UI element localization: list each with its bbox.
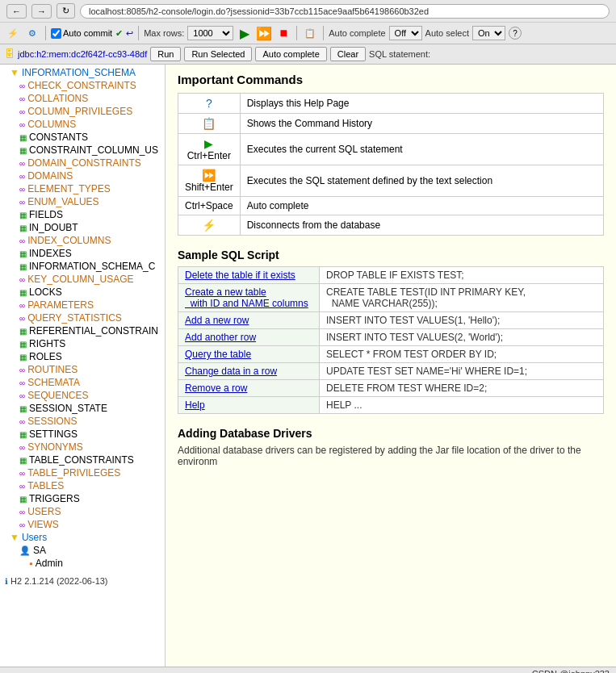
sidebar-item-parameters[interactable]: ∞ PARAMETERS bbox=[0, 299, 165, 311]
forward-button[interactable]: → bbox=[31, 4, 52, 19]
sidebar-item-referential-constrain[interactable]: ▦ REFERENTIAL_CONSTRAIN bbox=[0, 324, 165, 337]
sidebar-item-settings[interactable]: ▦ SETTINGS bbox=[0, 428, 165, 441]
content-area: Important Commands ? Displays this Help … bbox=[166, 65, 616, 667]
sql-link[interactable]: Create a new table bbox=[185, 286, 266, 298]
sidebar-item-enum-values[interactable]: ∞ ENUM_VALUES bbox=[0, 195, 165, 208]
sql-link[interactable]: Delete the table if it exists bbox=[185, 270, 295, 281]
sql-link-cell[interactable]: Help bbox=[178, 397, 320, 414]
run-green-icon[interactable]: ▶ bbox=[237, 25, 253, 41]
sidebar-item-admin[interactable]: ● Admin bbox=[0, 557, 165, 570]
view-icon: ∞ bbox=[19, 520, 25, 529]
sidebar-item-collations[interactable]: ∞ COLLATIONS bbox=[0, 92, 165, 105]
sql-link[interactable]: Remove a row bbox=[185, 382, 247, 394]
sidebar-item-roles[interactable]: ▦ ROLES bbox=[0, 350, 165, 363]
table-icon: ▦ bbox=[19, 146, 27, 155]
sidebar-item-routines[interactable]: ∞ ROUTINES bbox=[0, 363, 165, 376]
sql-link[interactable]: Query the table bbox=[185, 349, 251, 360]
sidebar-item-column-privileges[interactable]: ∞ COLUMN_PRIVILEGES bbox=[0, 105, 165, 118]
table-row: Ctrl+Space Auto complete bbox=[178, 197, 604, 215]
sidebar-item-domain-constraints[interactable]: ∞ DOMAIN_CONSTRAINTS bbox=[0, 157, 165, 169]
sidebar-item-in-doubt[interactable]: ▦ IN_DOUBT bbox=[0, 221, 165, 234]
connection-label[interactable]: jdbc:h2:mem:dc2f642f-cc93-48df bbox=[18, 49, 147, 59]
sidebar-item-schemata[interactable]: ∞ SCHEMATA bbox=[0, 376, 165, 389]
clear-button[interactable]: Clear bbox=[330, 47, 366, 61]
sql-link[interactable]: Change data in a row bbox=[185, 366, 277, 377]
auto-commit-wrapper[interactable]: Auto commit bbox=[51, 28, 112, 39]
sidebar-item-users[interactable]: ∞ USERS bbox=[0, 505, 165, 518]
sidebar-item-fields[interactable]: ▦ FIELDS bbox=[0, 208, 165, 221]
sidebar-label: Admin bbox=[36, 558, 63, 569]
history-icon[interactable]: 📋 bbox=[302, 25, 318, 41]
sidebar-item-session-state[interactable]: ▦ SESSION_STATE bbox=[0, 402, 165, 415]
run-button[interactable]: Run bbox=[150, 47, 181, 61]
run-selected-button[interactable]: Run Selected bbox=[184, 47, 252, 61]
view-icon: ∞ bbox=[19, 417, 25, 426]
status-bar: CSDN @johnny233 bbox=[0, 667, 616, 673]
sidebar-label: TRIGGERS bbox=[29, 493, 80, 504]
sidebar-item-sa[interactable]: 👤 SA bbox=[0, 544, 165, 557]
sql-link[interactable]: Add a new row bbox=[185, 315, 249, 326]
sep2 bbox=[138, 26, 139, 40]
url-bar[interactable]: localhost:8085/h2-console/login.do?jsess… bbox=[80, 4, 610, 19]
sidebar-item-information-schema[interactable]: ▼ INFORMATION_SCHEMA bbox=[0, 66, 165, 79]
stop-icon[interactable]: ■ bbox=[275, 25, 291, 41]
sidebar-item-table-privileges[interactable]: ∞ TABLE_PRIVILEGES bbox=[0, 466, 165, 479]
sidebar-item-constants[interactable]: ▦ CONSTANTS bbox=[0, 131, 165, 144]
sql-link[interactable]: Add another row bbox=[185, 332, 256, 343]
commit-icon[interactable]: ✔ bbox=[115, 28, 123, 39]
sidebar-item-information-schema-c[interactable]: ▦ INFORMATION_SCHEMA_C bbox=[0, 260, 165, 273]
role-icon: ● bbox=[29, 560, 33, 567]
sidebar-label: COLLATIONS bbox=[27, 93, 88, 104]
sidebar-item-views[interactable]: ∞ VIEWS bbox=[0, 518, 165, 531]
sidebar-item-synonyms[interactable]: ∞ SYNONYMS bbox=[0, 441, 165, 454]
sql-link-cell[interactable]: Delete the table if it exists bbox=[178, 267, 320, 284]
sql-link-cell[interactable]: Create a new table with ID and NAME colu… bbox=[178, 284, 320, 312]
sidebar-item-check-constraints[interactable]: ∞ CHECK_CONSTRAINTS bbox=[0, 79, 165, 92]
view-icon: ∞ bbox=[19, 120, 25, 129]
sidebar-item-triggers[interactable]: ▦ TRIGGERS bbox=[0, 492, 165, 505]
sidebar-item-rights[interactable]: ▦ RIGHTS bbox=[0, 337, 165, 350]
sidebar-item-index-columns[interactable]: ∞ INDEX_COLUMNS bbox=[0, 234, 165, 247]
sidebar-item-domains[interactable]: ∞ DOMAINS bbox=[0, 169, 165, 182]
sidebar-item-element-types[interactable]: ∞ ELEMENT_TYPES bbox=[0, 182, 165, 195]
auto-complete-button[interactable]: Auto complete bbox=[255, 47, 326, 61]
sidebar-item-indexes[interactable]: ▦ INDEXES bbox=[0, 247, 165, 260]
sql-link-2[interactable]: with ID and NAME columns bbox=[185, 298, 308, 309]
table-row: ? Displays this Help Page bbox=[178, 94, 604, 114]
sql-code-cell: HELP ... bbox=[320, 397, 604, 414]
sql-link[interactable]: Help bbox=[185, 399, 205, 411]
run-orange-icon[interactable]: ⏩ bbox=[256, 25, 272, 41]
sidebar-item-tables[interactable]: ∞ TABLES bbox=[0, 479, 165, 492]
sidebar-item-query-statistics[interactable]: ∞ QUERY_STATISTICS bbox=[0, 311, 165, 324]
sidebar-item-locks[interactable]: ▦ LOCKS bbox=[0, 286, 165, 299]
sql-link-cell[interactable]: Change data in a row bbox=[178, 363, 320, 380]
view-icon: ∞ bbox=[19, 82, 25, 90]
sql-link-cell[interactable]: Remove a row bbox=[178, 380, 320, 397]
auto-commit-checkbox[interactable] bbox=[51, 28, 61, 39]
cmd-desc: Shows the Command History bbox=[240, 114, 603, 134]
max-rows-select[interactable]: 1000 100 10000 bbox=[187, 26, 233, 40]
refresh-button[interactable]: ↻ bbox=[57, 3, 75, 19]
version-info: ℹ H2 2.1.214 (2022-06-13) bbox=[0, 573, 165, 589]
rollback-icon[interactable]: ↩ bbox=[126, 28, 133, 39]
sql-code-cell: DROP TABLE IF EXISTS TEST; bbox=[320, 267, 604, 284]
sidebar-item-users-folder[interactable]: ▼ Users bbox=[0, 531, 165, 544]
sidebar-item-sessions[interactable]: ∞ SESSIONS bbox=[0, 415, 165, 428]
sql-link-cell[interactable]: Add a new row bbox=[178, 312, 320, 329]
sidebar-item-columns[interactable]: ∞ COLUMNS bbox=[0, 118, 165, 131]
cmd-desc: Disconnects from the database bbox=[240, 215, 603, 236]
disconnect-icon[interactable]: ⚡ bbox=[5, 25, 21, 41]
sql-link-cell[interactable]: Query the table bbox=[178, 346, 320, 363]
auto-complete-select[interactable]: Off On bbox=[389, 26, 422, 40]
table-row: Add a new row INSERT INTO TEST VALUES(1,… bbox=[178, 312, 604, 329]
back-button[interactable]: ← bbox=[6, 4, 27, 19]
sidebar-item-constraint-column[interactable]: ▦ CONSTRAINT_COLUMN_US bbox=[0, 144, 165, 157]
preferences-icon[interactable]: ⚙ bbox=[24, 25, 40, 41]
sidebar-item-table-constraints[interactable]: ▦ TABLE_CONSTRAINTS bbox=[0, 454, 165, 466]
sidebar-item-sequences[interactable]: ∞ SEQUENCES bbox=[0, 389, 165, 402]
sql-link-cell[interactable]: Add another row bbox=[178, 329, 320, 346]
sidebar-label: TABLE_CONSTRAINTS bbox=[29, 454, 134, 466]
auto-select-select[interactable]: On Off bbox=[472, 26, 505, 40]
help-icon[interactable]: ? bbox=[509, 27, 522, 40]
sidebar-item-key-column-usage[interactable]: ∞ KEY_COLUMN_USAGE bbox=[0, 273, 165, 286]
